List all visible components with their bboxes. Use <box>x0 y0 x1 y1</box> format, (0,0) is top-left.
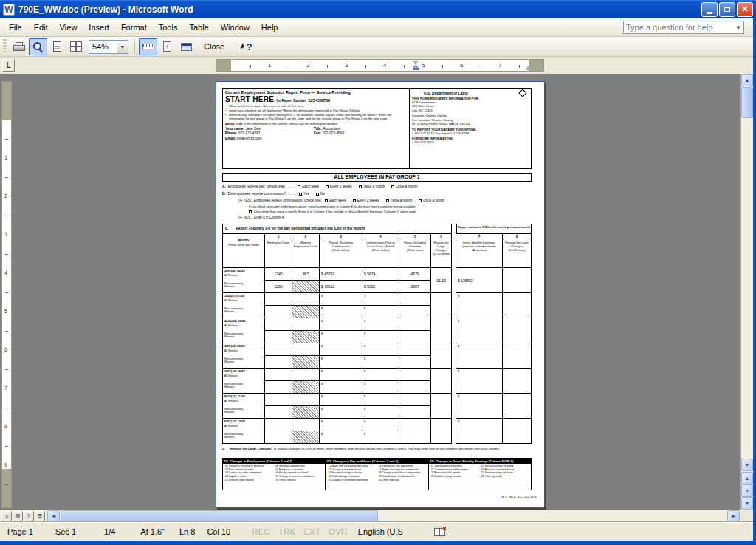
horizontal-ruler[interactable]: 1234567 <box>216 59 544 72</box>
data-cell[interactable] <box>265 306 292 318</box>
scroll-right-button[interactable]: ▶ <box>727 510 740 522</box>
data-cell[interactable] <box>503 394 532 419</box>
email-value[interactable]: email@zzz.com <box>237 137 262 140</box>
vertical-scroll-thumb[interactable] <box>741 87 753 118</box>
data-cell[interactable] <box>399 394 431 406</box>
view-ruler-button[interactable] <box>139 38 157 55</box>
fax-value[interactable]: 202-123-4568 <box>322 131 344 135</box>
data-cell[interactable] <box>399 406 431 419</box>
name-value[interactable]: Jane Doe <box>245 127 261 131</box>
print-layout-view-button[interactable]: ▯ <box>24 511 34 521</box>
data-cell[interactable] <box>503 419 532 444</box>
data-cell[interactable]: $ <box>362 431 399 444</box>
data-cell[interactable] <box>503 293 532 318</box>
data-cell[interactable] <box>399 306 431 318</box>
data-cell[interactable] <box>431 394 452 419</box>
data-cell[interactable]: $ <box>362 318 399 331</box>
zoom-dropdown-arrow[interactable]: ▼ <box>117 41 128 53</box>
magnifier-button[interactable] <box>29 38 47 55</box>
outline-view-button[interactable]: ☰ <box>35 511 45 521</box>
pay-frequency-checkbox[interactable] <box>359 185 362 188</box>
question-help-box[interactable]: ▼ <box>623 21 744 34</box>
data-cell[interactable] <box>265 394 292 406</box>
close-window-button[interactable]: ✕ <box>737 2 753 17</box>
data-cell[interactable] <box>431 369 452 394</box>
data-cell[interactable] <box>399 293 431 306</box>
select-browse-object-button[interactable]: ● <box>741 484 753 497</box>
data-cell[interactable]: $ <box>362 369 399 381</box>
data-cell[interactable]: $ <box>362 381 399 394</box>
data-cell[interactable] <box>431 419 452 444</box>
commission-frequency-checkbox[interactable] <box>419 199 422 202</box>
data-cell[interactable]: $ 45792 <box>320 268 362 281</box>
phone-value[interactable]: 202-123-4567 <box>238 131 261 135</box>
data-cell[interactable]: $ <box>320 431 362 444</box>
data-cell[interactable]: $ <box>456 394 503 419</box>
data-cell[interactable] <box>503 268 532 293</box>
normal-view-button[interactable]: ≡ <box>1 511 12 521</box>
data-cell[interactable]: $ <box>362 343 399 356</box>
right-indent-marker[interactable] <box>525 66 531 70</box>
print-button[interactable] <box>10 38 28 55</box>
data-cell[interactable] <box>399 343 431 356</box>
pay-frequency-checkbox[interactable] <box>391 185 394 188</box>
data-cell[interactable] <box>265 431 292 444</box>
data-cell[interactable] <box>265 419 292 431</box>
data-cell[interactable] <box>292 318 320 331</box>
multiple-pages-button[interactable] <box>67 38 86 55</box>
menu-window[interactable]: Window <box>215 21 255 34</box>
data-cell[interactable]: $ <box>320 306 362 318</box>
data-cell[interactable]: $ <box>320 381 362 394</box>
vertical-ruler[interactable]: 123456789 <box>1 74 13 510</box>
zoom-select[interactable]: 54% ▼ <box>89 40 128 54</box>
data-cell[interactable] <box>265 343 292 356</box>
data-cell[interactable] <box>503 343 532 369</box>
data-cell[interactable] <box>265 369 292 381</box>
menu-file[interactable]: File <box>3 21 28 34</box>
data-cell[interactable] <box>399 331 431 343</box>
scroll-left-button[interactable]: ◀ <box>47 510 60 522</box>
data-cell[interactable]: $ <box>320 343 362 356</box>
data-cell[interactable] <box>292 419 320 431</box>
shrink-to-fit-button[interactable] <box>158 38 176 55</box>
menu-tools[interactable]: Tools <box>153 21 184 34</box>
data-cell[interactable]: $ <box>362 406 399 419</box>
commission-frequency-checkbox[interactable] <box>353 199 356 202</box>
horizontal-scroll-thumb[interactable] <box>61 510 378 522</box>
data-cell[interactable]: $ <box>456 293 503 318</box>
data-cell[interactable]: $ <box>456 369 503 394</box>
close-preview-button[interactable]: Close <box>196 38 232 55</box>
minimize-button[interactable] <box>701 2 718 17</box>
data-cell[interactable] <box>503 369 532 394</box>
pay-frequency-checkbox[interactable] <box>298 185 300 188</box>
data-cell[interactable]: $ <box>362 293 399 306</box>
data-cell[interactable] <box>399 318 431 331</box>
menu-help[interactable]: Help <box>255 21 284 34</box>
data-cell[interactable] <box>399 419 431 431</box>
data-cell[interactable]: 4579 <box>399 268 431 281</box>
data-cell[interactable] <box>431 293 452 318</box>
data-cell[interactable] <box>292 369 320 381</box>
commissions-checkbox[interactable] <box>316 193 319 196</box>
menu-format[interactable]: Format <box>115 21 153 34</box>
data-cell[interactable]: 3987 <box>399 281 431 293</box>
data-cell[interactable] <box>399 381 431 394</box>
commission-frequency-checkbox[interactable] <box>386 199 389 202</box>
menu-table[interactable]: Table <box>183 21 214 34</box>
data-cell[interactable]: 1200 <box>265 281 292 293</box>
document-page[interactable]: Current Employment Statistics Report For… <box>216 81 545 508</box>
data-cell[interactable] <box>265 381 292 394</box>
data-cell[interactable]: 987 <box>292 268 320 281</box>
web-layout-view-button[interactable]: ▤ <box>13 511 23 521</box>
left-indent-marker[interactable] <box>413 68 419 70</box>
data-cell[interactable]: $ <box>320 406 362 419</box>
data-cell[interactable]: $ <box>320 356 362 369</box>
data-cell[interactable]: $ <box>320 331 362 343</box>
less-often-checkbox[interactable] <box>249 210 252 213</box>
data-cell[interactable]: $ <box>320 394 362 406</box>
data-cell[interactable]: $ 5002 <box>362 281 399 293</box>
data-cell[interactable] <box>265 331 292 343</box>
scroll-down-button[interactable]: ▼ <box>741 459 753 471</box>
data-cell[interactable] <box>399 356 431 369</box>
data-cell[interactable] <box>399 369 431 381</box>
